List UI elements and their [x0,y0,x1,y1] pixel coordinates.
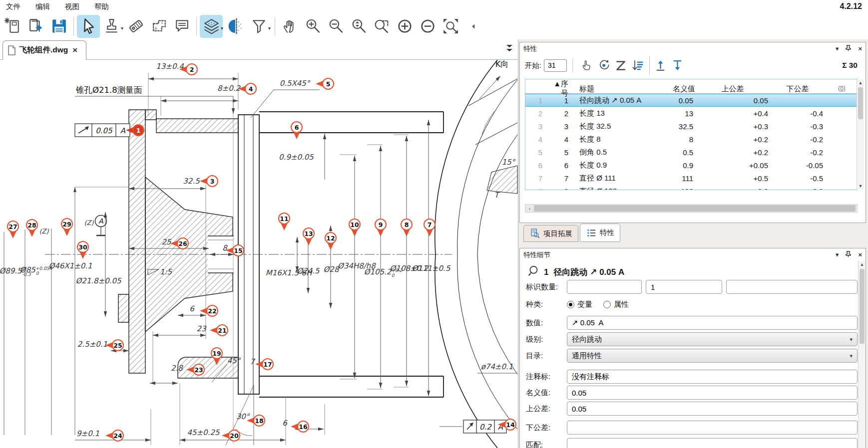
table-row[interactable]: 11径向跳动 ↗ 0.05 A0.050.05 [525,94,857,107]
mirror-tool-icon[interactable] [224,15,247,38]
table-row[interactable]: 66长度 0.90.9+0.05-0.05 [525,159,857,172]
balloon-22[interactable]: 22 [200,305,218,316]
stamp-tool-icon[interactable] [100,15,123,38]
upper-tolerance-input[interactable] [567,402,858,416]
table-row[interactable]: 77直径 Ø 111111+0.5-0.5 [525,172,857,185]
menu-item-1[interactable]: 文件 [6,2,20,11]
column-header-nominal[interactable]: 名义值 [647,84,697,94]
renumber-icon[interactable] [595,57,612,74]
balloon-25[interactable]: 25 [105,340,123,351]
balloon-11[interactable]: 11 [279,213,290,230]
panel-pin-icon[interactable] [845,45,852,52]
decrease-icon[interactable] [416,15,439,38]
kind-radio-attribute[interactable] [603,301,611,308]
balloon-28[interactable]: 28 [26,220,37,237]
document-tab[interactable]: 飞轮组件.dwg × [2,40,86,60]
dropdown-caret-icon[interactable]: ▾ [221,25,223,31]
table-row[interactable]: 33长度 32.532.5+0.3-0.3 [525,120,857,133]
balloon-24[interactable]: 24 [105,430,123,441]
balloon-7[interactable]: 7 [424,219,435,236]
balloon-3[interactable]: 3 [200,176,218,187]
class-combobox[interactable]: 径向跳动 ▾ [567,332,858,346]
sort-list-icon[interactable] [629,57,646,74]
balloon-20[interactable]: 20 [222,430,240,441]
balloon-4[interactable]: 4 [238,83,256,94]
tab-project-expand[interactable]: 项目拓展 [523,225,578,242]
select-tool-icon[interactable] [77,15,100,38]
note-input[interactable] [567,370,858,384]
version-label: 4.2.12 [840,2,862,11]
balloon-6[interactable]: 6 [291,122,302,139]
table-row[interactable]: 44长度 88+0.2-0.2 [525,133,857,146]
table-horizontal-scrollbar[interactable]: ‹ [525,204,858,213]
dropdown-caret-icon[interactable]: ▾ [268,25,271,31]
zoom-window-icon[interactable] [370,15,393,38]
table-row[interactable]: 22长度 1313+0.4-0.4 [525,107,857,120]
menu-item-4[interactable]: 帮助 [94,2,109,11]
tag-tool-icon[interactable] [124,15,147,38]
svg-text:23: 23 [194,366,203,374]
increase-icon[interactable] [393,15,416,38]
kind-radio-variable[interactable] [567,301,574,308]
column-header-lower[interactable]: 下公差 [772,84,827,94]
id-quantity-input-2[interactable] [646,280,722,294]
details-pin-icon[interactable] [845,251,852,258]
zoom-vertical-icon[interactable] [347,15,370,38]
balloon-10[interactable]: 10 [349,219,360,236]
save-document-icon[interactable] [47,15,70,38]
sequence-icon[interactable] [612,57,629,74]
region-tool-icon[interactable]: A1 [147,15,170,38]
value-input[interactable] [567,316,858,330]
balloon-16[interactable]: 16 [291,421,309,432]
filter-tool-icon[interactable] [247,15,270,38]
zoom-out-icon[interactable] [324,15,347,38]
id-quantity-input-1[interactable] [567,280,642,294]
tab-list-icon[interactable] [505,43,513,52]
column-header-upper[interactable]: 上公差 [697,84,772,94]
new-document-icon[interactable] [1,15,24,38]
column-header-no[interactable]: ▲序号 [547,79,574,98]
balloon-8[interactable]: 8 [401,219,412,236]
balloon-30[interactable]: 30 [77,241,88,259]
balloon-5[interactable]: 5 [316,78,334,89]
balloon-18[interactable]: 18 [247,415,265,426]
move-down-icon[interactable] [670,57,687,74]
balloon-9[interactable]: 9 [375,219,386,236]
catalog-combobox[interactable]: 通用特性 ▾ [567,349,858,363]
tab-close-icon[interactable]: × [72,45,77,55]
lower-tolerance-input[interactable] [567,421,858,435]
details-dropdown-icon[interactable]: ▾ [836,251,839,258]
balloon-21[interactable]: 21 [210,325,228,336]
panel-dropdown-icon[interactable]: ▾ [836,45,839,52]
drawing-canvas[interactable]: 0.05A0.2A 13±0.4锥孔Ø21.8测量面8±0.20.5X45°0.… [0,60,518,448]
table-row[interactable]: 55倒角 0.50.5+0.2-0.2 [525,146,857,159]
details-vertical-scrollbar[interactable]: ▲ [858,261,866,448]
move-up-icon[interactable] [653,57,670,74]
match-input[interactable] [567,438,858,448]
menu-item-3[interactable]: 视图 [65,2,79,11]
dropdown-caret-icon[interactable]: ▾ [121,25,123,31]
pan-tool-icon[interactable] [278,15,301,38]
menu-item-2[interactable]: 编辑 [35,2,50,11]
balloon-29[interactable]: 29 [61,219,72,236]
open-document-icon[interactable] [24,15,47,38]
collapse-toolbar-icon[interactable] [462,15,485,38]
zoom-extents-icon[interactable] [439,15,462,38]
select-frame-icon[interactable] [827,84,857,93]
balloon-27[interactable]: 27 [7,221,18,238]
column-header-title[interactable]: 标题 [574,84,647,94]
layers-tool-icon[interactable] [200,15,223,38]
zoom-in-icon[interactable] [301,15,324,38]
panel-close-icon[interactable]: × [858,45,862,52]
balloon-12[interactable]: 12 [325,232,336,250]
balloon-13[interactable]: 13 [303,228,314,245]
details-close-icon[interactable]: × [858,251,862,258]
comment-tool-icon[interactable] [170,15,193,38]
table-row[interactable]: 88直径 Ø 108108+0.2-0.2 [525,185,857,190]
id-quantity-input-3[interactable] [726,280,858,294]
tab-characteristics[interactable]: 特性 [580,224,620,242]
nominal-input[interactable] [567,386,858,400]
pick-item-icon[interactable] [578,57,595,74]
start-number-input[interactable] [544,59,567,72]
table-vertical-scrollbar[interactable]: ▲ ▼ [857,79,864,190]
